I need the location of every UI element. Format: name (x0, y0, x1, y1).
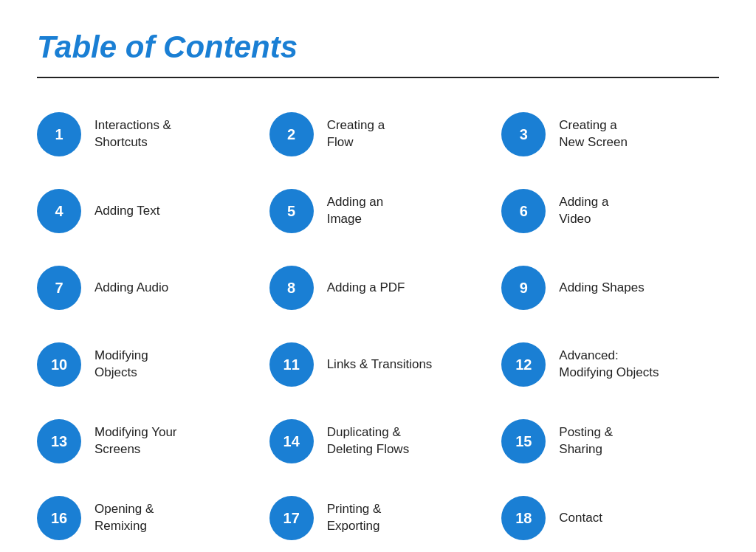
toc-number-circle: 12 (501, 342, 546, 387)
toc-label: Posting &Sharing (559, 424, 613, 458)
toc-item: 2Creating aFlow (269, 105, 487, 164)
toc-label: Adding aVideo (559, 194, 608, 228)
toc-label: Opening &Remixing (94, 501, 154, 535)
toc-number-circle: 9 (501, 266, 546, 310)
toc-number-circle: 1 (37, 112, 81, 156)
toc-number-circle: 5 (269, 189, 314, 233)
toc-label: Contact (559, 510, 602, 527)
toc-item: 14Duplicating &Deleting Flows (269, 412, 487, 471)
toc-label: Creating aNew Screen (559, 117, 628, 151)
toc-item: 6Adding aVideo (501, 182, 719, 241)
toc-item: 8Adding a PDF (269, 258, 487, 317)
toc-item: 17Printing &Exporting (269, 489, 487, 548)
toc-number-circle: 7 (37, 266, 81, 310)
toc-item: 13Modifying YourScreens (37, 412, 255, 471)
toc-label: Links & Transitions (327, 356, 433, 373)
toc-item: 9Adding Shapes (501, 258, 719, 317)
toc-label: Adding Text (94, 203, 160, 220)
toc-number-circle: 8 (269, 266, 314, 310)
toc-label: Duplicating &Deleting Flows (327, 424, 410, 458)
toc-number-circle: 16 (37, 496, 81, 540)
toc-item: 7Adding Audio (37, 258, 255, 317)
title-divider (37, 77, 719, 78)
toc-label: Interactions &Shortcuts (94, 117, 171, 151)
toc-number-circle: 3 (501, 112, 546, 156)
toc-number-circle: 13 (37, 419, 81, 463)
toc-number-circle: 17 (269, 496, 314, 540)
toc-item: 10ModifyingObjects (37, 335, 255, 394)
toc-item: 3Creating aNew Screen (501, 105, 719, 164)
toc-item: 4Adding Text (37, 182, 255, 241)
toc-number-circle: 18 (501, 496, 546, 540)
toc-item: 11Links & Transitions (269, 335, 487, 394)
toc-label: Modifying YourScreens (94, 424, 177, 458)
toc-grid: 1Interactions &Shortcuts2Creating aFlow3… (37, 105, 719, 548)
toc-number-circle: 11 (269, 342, 314, 387)
toc-label: Printing &Exporting (327, 501, 382, 535)
toc-item: 12Advanced:Modifying Objects (501, 335, 719, 394)
toc-label: Advanced:Modifying Objects (559, 348, 659, 382)
page-title: Table of Contents (37, 30, 719, 65)
toc-item: 15Posting &Sharing (501, 412, 719, 471)
toc-label: Adding Shapes (559, 280, 644, 297)
toc-number-circle: 2 (269, 112, 314, 156)
toc-label: Creating aFlow (327, 117, 385, 151)
toc-label: Adding a PDF (327, 280, 405, 297)
toc-number-circle: 10 (37, 342, 81, 387)
toc-item: 5Adding anImage (269, 182, 487, 241)
toc-label: Adding Audio (94, 280, 168, 297)
toc-label: ModifyingObjects (94, 348, 148, 382)
toc-item: 18Contact (501, 489, 719, 548)
toc-item: 1Interactions &Shortcuts (37, 105, 255, 164)
toc-number-circle: 4 (37, 189, 81, 233)
toc-label: Adding anImage (327, 194, 384, 228)
toc-item: 16Opening &Remixing (37, 489, 255, 548)
toc-number-circle: 14 (269, 419, 314, 463)
toc-number-circle: 6 (501, 189, 546, 233)
toc-number-circle: 15 (501, 419, 546, 463)
